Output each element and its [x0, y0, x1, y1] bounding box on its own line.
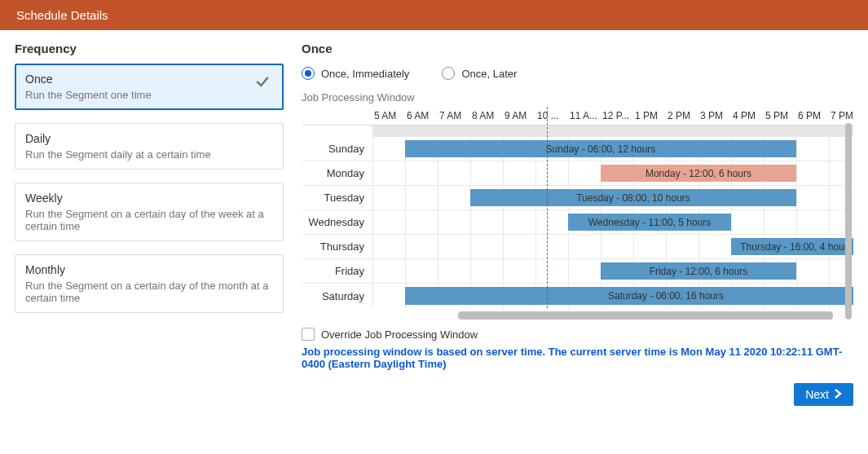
gantt-track: Friday - 12:00, 6 hours [372, 259, 853, 283]
gantt-bar[interactable]: Saturday - 06:00, 16 hours [405, 287, 853, 305]
gantt-day-row: TuesdayTuesday - 08:00, 10 hours [302, 186, 853, 210]
dialog-body: Frequency Once Run the Segment one time … [0, 30, 868, 378]
radio-once-immediately[interactable]: Once, Immediately [302, 67, 409, 80]
once-radio-group: Once, Immediately Once, Later [302, 64, 853, 91]
frequency-option-weekly[interactable]: Weekly Run the Segment on a certain day … [15, 183, 284, 241]
once-panel: Once Once, Immediately Once, Later Job P… [302, 42, 853, 370]
gantt-day-label: Wednesday [302, 216, 372, 228]
frequency-option-subtitle: Run the Segment on a certain day of the … [25, 208, 273, 232]
gantt-bar[interactable]: Thursday - 16:00, 4 hours [731, 238, 853, 255]
time-axis-tick: 7 AM [438, 107, 470, 125]
time-axis-tick: 4 PM [731, 107, 764, 125]
frequency-option-title: Monthly [25, 263, 273, 276]
gantt-day-row: SundaySunday - 06:00, 12 hours [302, 137, 853, 161]
frequency-option-monthly[interactable]: Monthly Run the Segment on a certain day… [15, 254, 284, 313]
time-axis-tick: 6 PM [796, 107, 829, 125]
gantt-track: Wednesday - 11:00, 5 hours [372, 210, 853, 234]
frequency-option-subtitle: Run the Segment on a certain day of the … [25, 280, 273, 304]
gantt-day-label: Sunday [302, 143, 372, 155]
gantt-horizontal-scrollbar[interactable] [372, 311, 847, 320]
gantt-track: Tuesday - 08:00, 10 hours [372, 186, 853, 209]
time-axis-tick: 11 A... [568, 107, 601, 125]
time-axis-tick: 6 AM [405, 107, 438, 125]
frequency-option-subtitle: Run the Segment daily at a certain time [25, 148, 273, 161]
time-axis-tick: 5 AM [372, 107, 405, 125]
override-row: Override Job Processing Window [302, 320, 853, 346]
radio-icon [302, 67, 315, 80]
frequency-option-title: Once [25, 73, 273, 86]
once-heading: Once [302, 42, 853, 55]
frequency-heading: Frequency [15, 42, 284, 55]
radio-label: Once, Immediately [321, 68, 409, 80]
gantt-summary-row [302, 126, 853, 137]
server-time-note: Job processing window is based on server… [302, 346, 853, 370]
frequency-panel: Frequency Once Run the Segment one time … [15, 42, 284, 370]
next-button-label: Next [805, 388, 829, 401]
job-processing-window-label: Job Processing Window [302, 91, 853, 104]
gantt-day-row: FridayFriday - 12:00, 6 hours [302, 259, 853, 284]
frequency-option-title: Weekly [25, 192, 273, 205]
time-axis-tick: 2 PM [666, 107, 698, 125]
frequency-option-once[interactable]: Once Run the Segment one time [15, 64, 284, 110]
gantt-day-label: Monday [302, 167, 372, 179]
time-axis-tick: 8 AM [470, 107, 503, 125]
dialog-title: Schedule Details [16, 8, 108, 22]
gantt-day-row: ThursdayThursday - 16:00, 4 hours [302, 235, 853, 259]
gantt-bar[interactable]: Tuesday - 08:00, 10 hours [470, 189, 796, 206]
override-checkbox[interactable] [302, 328, 315, 341]
time-axis-tick: 9 AM [503, 107, 535, 125]
gantt-day-row: MondayMonday - 12:00, 6 hours [302, 161, 853, 186]
gantt-bar[interactable]: Friday - 12:00, 6 hours [601, 262, 796, 280]
frequency-option-subtitle: Run the Segment one time [25, 89, 273, 101]
gantt-bar[interactable]: Wednesday - 11:00, 5 hours [568, 214, 731, 231]
gantt-track: Sunday - 06:00, 12 hours [372, 137, 853, 161]
gantt-day-row: SaturdaySaturday - 06:00, 16 hours [302, 284, 853, 308]
gantt-day-label: Thursday [302, 240, 372, 253]
gantt-scroll[interactable]: 5 AM6 AM7 AM8 AM9 AM10 ...11 A...12 P...… [302, 107, 853, 320]
time-axis-tick: 7 PM [829, 107, 853, 125]
time-axis-tick: 3 PM [698, 107, 731, 125]
time-axis-tick: 10 ... [535, 107, 568, 125]
gantt-time-axis: 5 AM6 AM7 AM8 AM9 AM10 ...11 A...12 P...… [302, 107, 853, 126]
override-label: Override Job Processing Window [321, 328, 478, 341]
frequency-option-title: Daily [25, 132, 273, 145]
dialog-header: Schedule Details [0, 0, 868, 30]
gantt-bar[interactable]: Monday - 12:00, 6 hours [601, 165, 796, 182]
gantt-bar[interactable]: Sunday - 06:00, 12 hours [405, 140, 796, 157]
next-button[interactable]: Next [794, 383, 853, 406]
time-axis-tick: 5 PM [764, 107, 796, 125]
chevron-right-icon [834, 388, 842, 401]
radio-icon [442, 67, 455, 80]
time-axis-tick: 1 PM [633, 107, 666, 125]
radio-label: Once, Later [461, 68, 517, 80]
check-icon [254, 73, 271, 90]
gantt-day-label: Tuesday [302, 192, 372, 204]
gantt-track: Monday - 12:00, 6 hours [372, 161, 853, 185]
frequency-option-daily[interactable]: Daily Run the Segment daily at a certain… [15, 123, 284, 170]
gantt-day-label: Saturday [302, 290, 372, 302]
time-axis-tick: 12 P... [601, 107, 633, 125]
gantt-container: 5 AM6 AM7 AM8 AM9 AM10 ...11 A...12 P...… [302, 107, 853, 320]
gantt-track: Thursday - 16:00, 4 hours [372, 235, 853, 258]
gantt-day-label: Friday [302, 265, 372, 277]
gantt-track: Saturday - 06:00, 16 hours [372, 284, 853, 308]
gantt-vertical-scrollbar[interactable] [845, 123, 852, 320]
gantt-day-row: WednesdayWednesday - 11:00, 5 hours [302, 210, 853, 235]
dialog-footer: Next [0, 378, 868, 412]
radio-once-later[interactable]: Once, Later [442, 67, 517, 80]
